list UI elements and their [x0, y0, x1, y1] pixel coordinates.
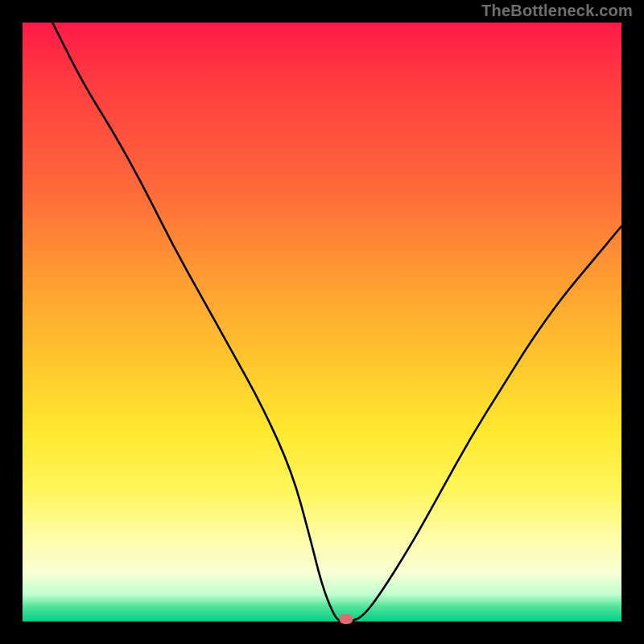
- curve-path: [52, 23, 621, 621]
- bottleneck-curve: [23, 23, 621, 621]
- watermark-text: TheBottleneck.com: [481, 2, 633, 20]
- optimal-point-marker: [339, 614, 353, 624]
- chart-frame: TheBottleneck.com: [0, 0, 644, 644]
- plot-area: [23, 23, 621, 621]
